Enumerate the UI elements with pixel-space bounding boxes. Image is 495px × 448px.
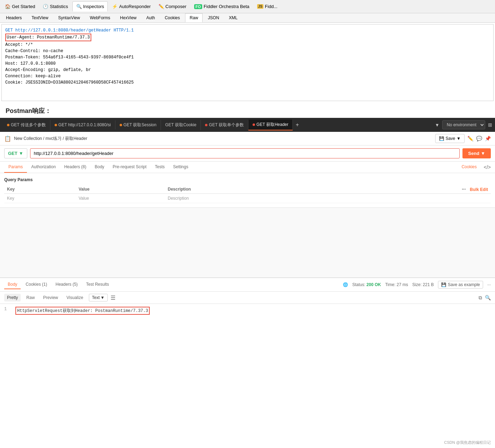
pin-icon[interactable]: 📌 xyxy=(485,136,491,141)
save-example-button[interactable]: 💾 Save as example xyxy=(438,281,483,289)
description-placeholder[interactable]: Description xyxy=(165,194,319,203)
fiddler-nav: 🏠 Get Started 🕐 Statistics 🔍 Inspectors … xyxy=(0,0,495,13)
nav-inspectors-label: Inspectors xyxy=(83,4,104,9)
code-icon[interactable]: </> xyxy=(484,164,491,170)
subtab-textview[interactable]: TextView xyxy=(27,13,53,22)
actions-col-header: ··· Bulk Edit xyxy=(319,185,491,194)
bulk-edit-button[interactable]: Bulk Edit xyxy=(470,187,488,192)
nav-fiddler-js[interactable]: JS Fidd... xyxy=(254,2,281,11)
request-line-encoding: Accept-Encoding: gzip, deflate, br xyxy=(5,67,490,73)
resp-tab-body[interactable]: Body xyxy=(4,280,21,289)
inspectors-icon: 🔍 xyxy=(76,4,82,9)
req-tab-pre-request-script[interactable]: Pre-request Script xyxy=(108,162,151,173)
resp-line-1: 1 HttpServletRequest获取到Header: PostmanRu… xyxy=(4,307,491,315)
description-col-header: Description xyxy=(165,185,319,194)
save-icon: 💾 xyxy=(439,136,444,141)
nav-composer[interactable]: ✏️ Composer xyxy=(155,2,190,11)
value-col-header: Value xyxy=(76,185,165,194)
resp-highlighted-content: HttpServletRequest获取到Header: PostmanRunt… xyxy=(15,307,150,315)
send-button[interactable]: Send ▼ xyxy=(462,148,491,158)
search-icon[interactable]: 🔍 xyxy=(485,295,491,301)
status-badge: Status: 200 OK xyxy=(352,282,381,287)
req-tab-headers[interactable]: Headers (8) xyxy=(60,162,90,173)
subtab-hexview[interactable]: HexView xyxy=(115,13,141,22)
text-format-chevron: ▼ xyxy=(100,295,105,300)
key-col-header: Key xyxy=(4,185,76,194)
resp-tab-test-results[interactable]: Test Results xyxy=(83,280,112,289)
format-tab-preview[interactable]: Preview xyxy=(40,294,61,301)
save-example-label: Save as example xyxy=(448,282,480,287)
req-tab-authorization[interactable]: Authorization xyxy=(27,162,60,173)
nav-fiddler-orchestra[interactable]: FO Fiddler Orchestra Beta xyxy=(191,2,253,11)
add-tab-button[interactable]: + xyxy=(293,122,302,128)
save-example-icon: 💾 xyxy=(441,282,446,287)
nav-autoresponder[interactable]: ⚡ AutoResponder xyxy=(108,2,154,11)
postman-tab-label-4: GET 获取单个参数 xyxy=(209,122,244,128)
format-tab-pretty[interactable]: Pretty xyxy=(4,294,21,301)
postman-toolbar: 📋 New Collection / mvc练习 / 获取Header 💾 Sa… xyxy=(0,132,495,145)
request-accept-line: Accept: */* xyxy=(5,42,490,48)
req-tab-params[interactable]: Params xyxy=(4,162,27,173)
nav-inspectors[interactable]: 🔍 Inspectors xyxy=(72,1,108,12)
req-tab-tests[interactable]: Tests xyxy=(151,162,169,173)
copy-icon[interactable]: ⧉ xyxy=(479,295,482,301)
url-bar: GET ▼ Send ▼ xyxy=(0,145,495,162)
js-icon: JS xyxy=(257,4,263,9)
save-button[interactable]: 💾 Save ▼ xyxy=(435,134,465,143)
response-section: Body Cookies (1) Headers (5) Test Result… xyxy=(0,277,495,318)
nav-statistics[interactable]: 🕐 Statistics xyxy=(39,2,71,11)
req-tab-cookies[interactable]: Cookies xyxy=(457,162,481,173)
req-tab-settings[interactable]: Settings xyxy=(169,162,192,173)
postman-heading: Postman响应： xyxy=(0,102,495,118)
subtab-xml[interactable]: XML xyxy=(224,13,242,22)
resp-tab-headers[interactable]: Headers (5) xyxy=(52,280,81,289)
postman-tab-5-active[interactable]: GET 获取Header xyxy=(248,120,293,130)
resp-tab-cookies[interactable]: Cookies (1) xyxy=(22,280,50,289)
postman-tab-1[interactable]: GET http://127.0.0.1:8080/si xyxy=(50,120,115,129)
pencil-icon: ✏️ xyxy=(158,4,164,9)
postman-tab-3[interactable]: GET 获取Cookie xyxy=(161,120,201,130)
format-tab-visualize[interactable]: Visualize xyxy=(64,294,86,301)
subtab-auth[interactable]: Auth xyxy=(142,13,160,22)
query-params-label: Query Params xyxy=(4,177,491,182)
request-line-postman-token: Postman-Token: 554a6f13-4165-4543-9397-8… xyxy=(5,54,490,61)
edit-icon[interactable]: ✏️ xyxy=(467,136,473,141)
subtab-headers[interactable]: Headers xyxy=(1,13,26,22)
format-tab-raw[interactable]: Raw xyxy=(23,294,37,301)
subtab-webforms[interactable]: WebForms xyxy=(85,13,115,22)
chevron-down-icon[interactable]: ▼ xyxy=(435,122,439,128)
filter-icon[interactable]: ☰ xyxy=(111,294,115,301)
postman-tab-4[interactable]: GET 获取单个参数 xyxy=(201,120,248,130)
time-display: Time: 27 ms xyxy=(385,282,408,287)
postman-tab-2[interactable]: GET 获取Session xyxy=(115,120,161,130)
postman-tab-0[interactable]: GET 传送多个参数 xyxy=(3,120,50,130)
key-placeholder[interactable]: Key xyxy=(4,194,76,203)
req-tab-body[interactable]: Body xyxy=(91,162,108,173)
subtab-raw[interactable]: Raw xyxy=(185,13,203,22)
fo-badge: FO xyxy=(194,4,202,9)
comment-icon[interactable]: 💬 xyxy=(476,136,482,141)
nav-get-started[interactable]: 🏠 Get Started xyxy=(1,2,38,11)
collection-icon: 📋 xyxy=(4,135,11,142)
text-format-dropdown[interactable]: Text ▼ xyxy=(89,294,108,301)
method-select[interactable]: GET ▼ xyxy=(4,148,27,158)
url-input[interactable] xyxy=(30,148,460,158)
env-selector[interactable]: No environment xyxy=(442,120,485,129)
subtab-json[interactable]: JSON xyxy=(203,13,224,22)
request-first-line: GET http://127.0.0.1:8080/header/getHead… xyxy=(5,27,490,34)
top-nav-right: ▼ No environment ⊞ xyxy=(435,120,492,129)
line-number: 1 xyxy=(4,307,11,312)
postman-top-nav: GET 传送多个参数 GET http://127.0.0.1:8080/si … xyxy=(0,118,495,132)
postman-tab-label-0: GET 传送多个参数 xyxy=(11,122,46,128)
method-label: GET xyxy=(8,151,17,156)
value-placeholder[interactable]: Value xyxy=(76,194,165,203)
tab-dot-4 xyxy=(205,124,207,126)
subtab-cookies[interactable]: Cookies xyxy=(160,13,184,22)
more-options-icon[interactable]: ··· xyxy=(487,282,491,287)
expand-icon[interactable]: ⊞ xyxy=(488,122,492,128)
subtab-syntaxview[interactable]: SyntaxView xyxy=(54,13,84,22)
three-dots-icon[interactable]: ··· xyxy=(462,186,466,192)
breadcrumb: New Collection / mvc练习 / 获取Header xyxy=(14,136,432,142)
method-chevron: ▼ xyxy=(19,151,23,156)
params-table: Key Value Description ··· Bulk Edit Key … xyxy=(4,185,491,203)
